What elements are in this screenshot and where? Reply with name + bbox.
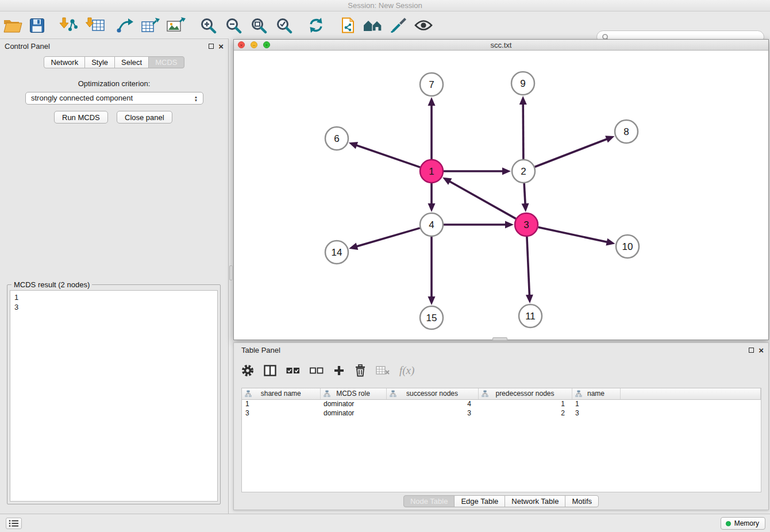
node-table-body: 1dominator4113dominator323 <box>242 399 761 418</box>
graph-node-1[interactable]: 1 <box>420 160 443 183</box>
graph-edge-2-3[interactable] <box>522 183 529 212</box>
table-cell[interactable]: dominator <box>320 399 386 408</box>
graph-edge-3-10[interactable] <box>538 227 615 245</box>
memory-button[interactable]: Memory <box>721 517 765 530</box>
float-window-icon[interactable] <box>749 348 754 353</box>
import-table-button[interactable] <box>84 14 107 36</box>
task-history-button[interactable] <box>6 518 22 529</box>
splitter-handle-vertical[interactable] <box>229 265 233 280</box>
column-header-mcds-role[interactable]: MCDS role <box>320 388 386 399</box>
table-cell[interactable]: dominator <box>320 408 386 418</box>
tab-node-table[interactable]: Node Table <box>403 495 455 507</box>
zoom-in-button[interactable] <box>197 14 220 36</box>
function-builder-button[interactable]: f(x) <box>399 363 414 379</box>
table-cell[interactable]: 2 <box>478 408 572 418</box>
table-cell[interactable]: 3 <box>386 408 478 418</box>
select-all-button[interactable] <box>286 363 300 379</box>
graph-edge-1-7[interactable] <box>428 97 436 159</box>
export-image-button[interactable] <box>164 14 187 36</box>
graph-edge-3-11[interactable] <box>526 237 533 303</box>
svg-text:7: 7 <box>429 79 434 90</box>
home-button[interactable] <box>361 14 384 36</box>
graph-node-6[interactable]: 6 <box>325 127 348 150</box>
graph-node-2[interactable]: 2 <box>512 160 535 183</box>
table-row[interactable]: 3dominator323 <box>242 408 761 418</box>
window-minimize-icon[interactable]: − <box>251 41 257 48</box>
float-window-icon[interactable] <box>209 44 214 49</box>
svg-text:11: 11 <box>525 311 536 322</box>
node-table[interactable]: shared name MCDS role successor nodes pr… <box>241 388 761 492</box>
zoom-out-button[interactable] <box>222 14 245 36</box>
table-cell[interactable]: 3 <box>242 408 320 418</box>
mcds-result-list[interactable]: 1 3 <box>10 290 218 502</box>
table-cell[interactable]: 1 <box>242 399 320 408</box>
show-hide-button[interactable] <box>412 14 435 36</box>
table-panel-header: Table Panel × <box>234 343 768 357</box>
window-close-icon[interactable]: × <box>238 41 245 48</box>
delete-column-button[interactable] <box>355 363 366 379</box>
graph-node-15[interactable]: 15 <box>420 306 443 329</box>
clone-network-button[interactable] <box>336 14 359 36</box>
save-session-button[interactable] <box>25 14 48 36</box>
graph-edge-1-4[interactable] <box>428 183 436 212</box>
split-panel-button[interactable] <box>264 363 276 379</box>
close-panel-button[interactable]: Close panel <box>117 111 172 124</box>
graph-edge-4-3[interactable] <box>444 221 514 229</box>
graph-edge-1-2[interactable] <box>444 168 511 175</box>
optimization-criterion-select[interactable]: strongly connected component ▲▼ <box>25 92 203 105</box>
network-window-titlebar[interactable]: × − + scc.txt <box>234 40 768 51</box>
dropdown-value: strongly connected component <box>31 94 133 102</box>
export-network-button[interactable] <box>114 14 137 36</box>
tab-select[interactable]: Select <box>114 56 149 68</box>
network-canvas[interactable]: 7968124314101511 <box>234 51 768 340</box>
tab-style[interactable]: Style <box>84 56 115 68</box>
graph-node-14[interactable]: 14 <box>325 241 348 264</box>
graph-node-11[interactable]: 11 <box>519 304 542 327</box>
tab-edge-table[interactable]: Edge Table <box>454 495 505 507</box>
graph-edge-4-15[interactable] <box>428 237 436 305</box>
tab-network[interactable]: Network <box>44 56 85 68</box>
add-column-button[interactable] <box>333 363 345 379</box>
refresh-view-button[interactable] <box>305 14 328 36</box>
deselect-all-button[interactable] <box>310 363 324 379</box>
tab-network-table[interactable]: Network Table <box>505 495 565 507</box>
graph-edge-3-1[interactable] <box>442 178 516 219</box>
run-mcds-button[interactable]: Run MCDS <box>54 111 108 124</box>
close-panel-icon[interactable]: × <box>759 348 764 353</box>
zoom-selected-button[interactable] <box>272 14 295 36</box>
table-cell[interactable]: 4 <box>386 399 478 408</box>
column-header-predecessor-nodes[interactable]: predecessor nodes <box>478 388 572 399</box>
window-zoom-icon[interactable]: + <box>263 41 270 48</box>
tab-motifs[interactable]: Motifs <box>565 495 599 507</box>
splitter-handle-horizontal[interactable] <box>492 337 507 341</box>
delete-table-button[interactable] <box>376 363 390 379</box>
column-header-name[interactable]: name <box>572 388 620 399</box>
apply-style-button[interactable] <box>387 14 410 36</box>
column-header-shared-name[interactable]: shared name <box>242 388 320 399</box>
graph-node-4[interactable]: 4 <box>420 213 443 236</box>
graph-node-7[interactable]: 7 <box>420 73 443 96</box>
table-settings-button[interactable] <box>241 363 254 379</box>
split-panel-icon <box>264 365 276 376</box>
status-bar: Memory <box>0 514 770 532</box>
graph-edge-2-8[interactable] <box>535 136 615 167</box>
graph-node-8[interactable]: 8 <box>615 120 638 143</box>
open-session-button[interactable] <box>1 14 24 36</box>
graph-edge-1-6[interactable] <box>349 142 420 167</box>
table-cell[interactable]: 1 <box>478 399 572 408</box>
tab-mcds[interactable]: MCDS <box>148 56 184 68</box>
table-row[interactable]: 1dominator411 <box>242 399 761 408</box>
table-cell[interactable]: 3 <box>572 408 620 418</box>
import-table-icon <box>86 17 105 34</box>
graph-edge-2-9[interactable] <box>519 96 527 159</box>
close-panel-icon[interactable]: × <box>218 44 224 49</box>
graph-node-3[interactable]: 3 <box>515 213 538 236</box>
import-network-button[interactable] <box>56 14 79 36</box>
table-cell[interactable]: 1 <box>572 399 620 408</box>
graph-edge-4-14[interactable] <box>349 228 420 250</box>
graph-node-9[interactable]: 9 <box>511 72 534 95</box>
column-header-successor-nodes[interactable]: successor nodes <box>386 388 478 399</box>
zoom-fit-button[interactable] <box>247 14 270 36</box>
export-table-button[interactable] <box>139 14 162 36</box>
graph-node-10[interactable]: 10 <box>616 235 639 258</box>
